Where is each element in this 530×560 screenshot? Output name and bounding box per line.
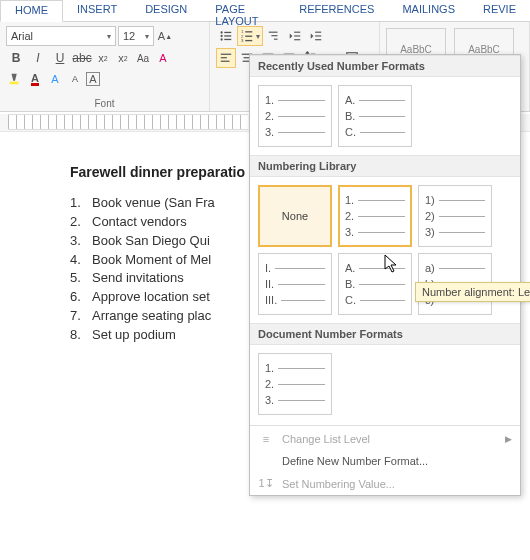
font-name-selector[interactable]: Arial ▾ — [6, 26, 116, 46]
increase-indent-button[interactable] — [306, 26, 326, 46]
tab-home[interactable]: HOME — [0, 0, 63, 22]
section-library-header: Numbering Library — [250, 155, 520, 177]
svg-rect-13 — [269, 32, 278, 33]
list-item: Book venue (San Fra — [92, 194, 215, 213]
increase-font-size-button[interactable]: A▲ — [156, 27, 174, 45]
document-swatches: 1. 2. 3. — [250, 345, 520, 423]
number-format-decimal-dot[interactable]: 1. 2. 3. — [258, 85, 332, 147]
svg-rect-21 — [315, 39, 321, 40]
svg-rect-24 — [221, 61, 230, 62]
font-size-selector[interactable]: 12 ▾ — [118, 26, 154, 46]
svg-rect-15 — [274, 39, 278, 40]
number-format-upper-alpha-dot[interactable]: A. B. C. — [338, 253, 412, 315]
tab-review[interactable]: REVIE — [469, 0, 530, 21]
svg-rect-20 — [315, 35, 321, 36]
group-font-label: Font — [6, 96, 203, 109]
svg-rect-23 — [221, 57, 227, 58]
menu-change-list-level: ≡ Change List Level ▶ — [250, 428, 520, 450]
character-border-button[interactable]: A — [86, 72, 100, 86]
menu-define-new-number-format[interactable]: Define New Number Format... — [250, 450, 520, 472]
svg-rect-18 — [294, 39, 300, 40]
tab-page-layout[interactable]: PAGE LAYOUT — [201, 0, 285, 21]
svg-rect-12 — [245, 40, 252, 41]
decrease-indent-button[interactable] — [285, 26, 305, 46]
tooltip: Number alignment: Left — [415, 282, 530, 302]
svg-rect-14 — [271, 35, 277, 36]
chevron-right-icon: ▶ — [505, 434, 512, 444]
svg-rect-19 — [315, 32, 321, 33]
align-left-icon — [219, 51, 233, 65]
list-item: Contact vendors — [92, 213, 187, 232]
number-format-decimal-dot[interactable]: 1. 2. 3. — [338, 185, 412, 247]
tab-mailings[interactable]: MAILINGS — [388, 0, 469, 21]
subscript-button[interactable]: x2 — [94, 49, 112, 67]
svg-rect-17 — [294, 35, 300, 36]
numbering-icon: 123 — [240, 29, 254, 43]
svg-point-1 — [220, 31, 222, 33]
bold-button[interactable]: B — [6, 48, 26, 68]
highlight-button[interactable] — [6, 70, 24, 88]
strikethrough-button[interactable]: abc — [72, 48, 92, 68]
svg-rect-16 — [294, 32, 300, 33]
numbering-value-icon: 1↧ — [258, 477, 274, 490]
text-effects-button[interactable]: A — [46, 70, 64, 88]
multilevel-list-button[interactable] — [264, 26, 284, 46]
number-format-none[interactable]: None — [258, 185, 332, 247]
svg-point-3 — [220, 35, 222, 37]
italic-button[interactable]: I — [28, 48, 48, 68]
svg-text:3: 3 — [241, 38, 244, 43]
font-size-value: 12 — [123, 30, 135, 42]
bullets-button[interactable] — [216, 26, 236, 46]
number-format-upper-alpha-dot[interactable]: A. B. C. — [338, 85, 412, 147]
font-color-button[interactable]: A — [26, 70, 44, 88]
chevron-down-icon: ▾ — [256, 32, 260, 41]
multilevel-icon — [267, 29, 281, 43]
list-item: Send invitations — [92, 269, 184, 288]
svg-rect-22 — [221, 54, 232, 55]
numbering-button[interactable]: 123 ▾ — [237, 26, 263, 46]
numbering-dropdown: Recently Used Number Formats 1. 2. 3. A.… — [249, 54, 521, 496]
tab-design[interactable]: DESIGN — [131, 0, 201, 21]
number-format-decimal-dot[interactable]: 1. 2. 3. — [258, 353, 332, 415]
underline-button[interactable]: U — [50, 48, 70, 68]
svg-rect-6 — [224, 39, 231, 40]
outdent-icon — [288, 29, 302, 43]
chevron-down-icon: ▾ — [107, 32, 111, 41]
svg-point-5 — [220, 38, 222, 40]
list-item: Approve location set — [92, 288, 210, 307]
menu-set-numbering-value: 1↧ Set Numbering Value... — [250, 472, 520, 495]
list-item: Arrange seating plac — [92, 307, 211, 326]
ribbon-tabs: HOME INSERT DESIGN PAGE LAYOUT REFERENCE… — [0, 0, 530, 22]
svg-rect-10 — [245, 36, 252, 37]
indent-icon — [309, 29, 323, 43]
svg-rect-0 — [10, 82, 19, 85]
number-format-decimal-paren[interactable]: 1) 2) 3) — [418, 185, 492, 247]
clear-formatting-button[interactable]: A — [154, 49, 172, 67]
group-font: Arial ▾ 12 ▾ A▲ B I U abc x2 x2 Aa A — [0, 22, 210, 111]
svg-rect-2 — [224, 32, 231, 33]
tab-insert[interactable]: INSERT — [63, 0, 131, 21]
superscript-button[interactable]: x2 — [114, 49, 132, 67]
number-format-upper-roman-dot[interactable]: I. II. III. — [258, 253, 332, 315]
recent-swatches: 1. 2. 3. A. B. C. — [250, 77, 520, 155]
section-document-header: Document Number Formats — [250, 323, 520, 345]
section-recent-header: Recently Used Number Formats — [250, 55, 520, 77]
font-name-value: Arial — [11, 30, 33, 42]
svg-rect-4 — [224, 35, 231, 36]
bullets-icon — [219, 29, 233, 43]
highlight-icon — [8, 72, 22, 86]
list-item: Book Moment of Mel — [92, 251, 211, 270]
change-case-button[interactable]: Aa — [134, 49, 152, 67]
svg-rect-8 — [245, 31, 252, 32]
chevron-down-icon: ▾ — [145, 32, 149, 41]
shrink-font-button[interactable]: A — [66, 70, 84, 88]
list-item: Set up podium — [92, 326, 176, 345]
indent-icon: ≡ — [258, 433, 274, 445]
align-left-button[interactable] — [216, 48, 236, 68]
list-item: Book San Diego Qui — [92, 232, 210, 251]
tab-references[interactable]: REFERENCES — [285, 0, 388, 21]
